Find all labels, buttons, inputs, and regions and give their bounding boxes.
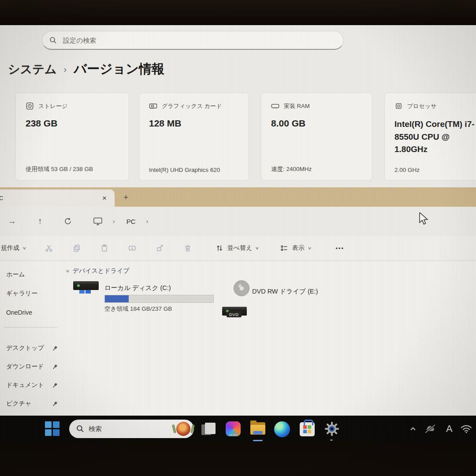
settings-search-box[interactable] — [42, 31, 344, 50]
new-item-button[interactable]: 規作成 — [1, 244, 19, 252]
spec-card-value: Intel(R) Core(TM) i7-8550U CPU @ 1.80GHz — [394, 118, 476, 156]
search-icon — [76, 425, 84, 433]
free-space-label: 空き領域 184 GB/237 GB — [104, 305, 214, 313]
disk-usage-bar — [104, 295, 214, 303]
forward-icon[interactable]: → — [6, 216, 18, 226]
taskbar-search-placeholder: 検索 — [89, 425, 172, 433]
ram-icon — [271, 102, 279, 110]
spec-card-detail: 速度: 2400MHz — [271, 165, 312, 173]
sidebar-divider — [4, 327, 57, 327]
disk-usage-fill — [105, 295, 129, 302]
pin-icon — [52, 383, 58, 388]
taskbar-search[interactable]: 検索 — [69, 420, 194, 438]
sidebar-item-pictures[interactable]: ピクチャ — [0, 397, 63, 410]
more-options-button[interactable]: ••• — [335, 245, 344, 252]
laptop-bezel-top — [0, 0, 476, 25]
sort-button[interactable]: 並べ替え — [227, 244, 253, 252]
delete-icon[interactable] — [183, 244, 192, 253]
spec-card-label: プロセッサ — [407, 102, 437, 110]
graphics-card-icon — [149, 102, 157, 110]
spec-card-value: 8.00 GB — [271, 118, 362, 129]
chevron-down-icon: ∨ — [308, 246, 312, 250]
start-button[interactable] — [45, 421, 60, 436]
sidebar-item-onedrive[interactable]: OneDrive — [0, 306, 63, 319]
this-pc-icon — [93, 216, 103, 226]
refresh-icon[interactable] — [63, 217, 72, 226]
sidebar-item-documents[interactable]: ドキュメント — [0, 379, 63, 392]
paste-icon[interactable] — [100, 244, 109, 253]
up-icon[interactable]: ↑ — [34, 216, 46, 226]
pin-icon — [52, 364, 58, 370]
tab-close-icon[interactable]: × — [102, 194, 107, 203]
wifi-icon — [460, 424, 472, 434]
drive-item-e[interactable]: DVD RW ドライブ (E:) — [252, 287, 318, 296]
wifi-button[interactable] — [460, 416, 472, 442]
settings-search-input[interactable] — [62, 36, 336, 45]
spec-card-detail: 使用領域 53 GB / 238 GB — [26, 165, 93, 173]
spec-card-graphics: グラフィックス カード 128 MB Intel(R) UHD Graphics… — [139, 93, 249, 181]
ime-mode-button[interactable]: A — [446, 416, 453, 442]
laptop-bezel-bottom: ∞ FUJITSU — [0, 442, 476, 476]
mouse-cursor — [419, 212, 430, 226]
breadcrumb-system[interactable]: システム — [8, 61, 57, 77]
explorer-tab-strip: C × + — [0, 187, 476, 207]
chevron-up-icon — [409, 425, 417, 432]
cloud-slash-icon — [424, 424, 436, 434]
share-icon[interactable] — [156, 244, 164, 253]
spec-card-value: 128 MB — [149, 118, 239, 129]
settings-app: システム › バージョン情報 ストレージ 238 GB 使用領域 53 GB /… — [0, 25, 476, 187]
search-highlight-image[interactable] — [176, 422, 190, 436]
tab-title: C — [0, 195, 3, 201]
drive-item-c[interactable]: ローカル ディスク (C:) 空き領域 184 GB/237 GB — [104, 284, 214, 313]
file-explorer-window: C × + → ↑ › PC › 規作成 ∨ A — [0, 187, 476, 416]
file-explorer-running-indicator — [253, 440, 263, 441]
pin-icon — [52, 346, 58, 351]
spec-card-label: 実装 RAM — [284, 102, 310, 110]
settings-running-indicator — [330, 439, 333, 441]
chevron-down-icon: ∨ — [255, 246, 259, 250]
microsoft-store-icon[interactable] — [300, 422, 315, 436]
chevron-right-icon: › — [113, 218, 115, 225]
explorer-body: ホーム ギャラリー OneDrive デスクトップ ダウンロード ドキュメント … — [0, 261, 476, 416]
local-disk-icon[interactable] — [73, 282, 100, 307]
explorer-nav-bar: → ↑ › PC › — [0, 207, 476, 236]
spec-card-value: 238 GB — [26, 118, 119, 129]
sidebar-item-downloads[interactable]: ダウンロード — [0, 360, 63, 373]
tray-expand-button[interactable] — [409, 416, 417, 442]
address-path-pc[interactable]: PC — [126, 218, 136, 225]
new-tab-button[interactable]: + — [123, 193, 128, 202]
view-button[interactable]: 表示 — [292, 244, 305, 252]
spec-card-label: ストレージ — [38, 102, 67, 110]
devices-and-drives-group-header[interactable]: ∨ デバイスとドライブ — [66, 267, 130, 275]
sidebar-item-desktop[interactable]: デスクトップ — [0, 342, 63, 355]
chevron-down-icon: ∨ — [22, 246, 26, 250]
screen: システム › バージョン情報 ストレージ 238 GB 使用領域 53 GB /… — [0, 25, 476, 442]
rename-icon[interactable]: A — [128, 244, 137, 253]
explorer-tab[interactable]: C × — [0, 190, 115, 207]
pin-icon — [52, 401, 58, 407]
spec-card-detail: Intel(R) UHD Graphics 620 — [149, 167, 220, 173]
disc-icon — [234, 280, 249, 296]
onedrive-status-button[interactable] — [424, 416, 436, 442]
m365-copilot-icon[interactable]: M365 — [226, 421, 241, 436]
settings-gear-icon[interactable] — [324, 421, 340, 437]
search-icon — [49, 37, 57, 44]
cut-icon[interactable] — [45, 244, 53, 253]
spec-card-processor: プロセッサ Intel(R) Core(TM) i7-8550U CPU @ 1… — [384, 93, 476, 181]
spec-card-label: グラフィックス カード — [162, 102, 222, 110]
task-view-button[interactable] — [201, 423, 216, 436]
copy-icon[interactable] — [72, 244, 81, 253]
chevron-down-icon: ∨ — [66, 269, 70, 273]
drive-unit-icon — [73, 281, 99, 290]
sidebar-item-home[interactable]: ホーム — [0, 268, 63, 281]
dvd-drive-icon[interactable]: DVD — [222, 280, 253, 308]
file-explorer-taskbar-icon[interactable] — [249, 420, 266, 438]
drive-name: ローカル ディスク (C:) — [104, 284, 214, 292]
sort-icon — [215, 244, 224, 253]
edge-browser-icon[interactable] — [274, 421, 290, 437]
dvd-badge: DVD — [227, 312, 242, 317]
sidebar-item-gallery[interactable]: ギャラリー — [0, 287, 63, 300]
view-icon — [280, 244, 289, 253]
storage-icon — [26, 102, 34, 110]
explorer-toolbar: 規作成 ∨ A 並べ替え ∨ 表示 ∨ ••• — [0, 236, 476, 261]
